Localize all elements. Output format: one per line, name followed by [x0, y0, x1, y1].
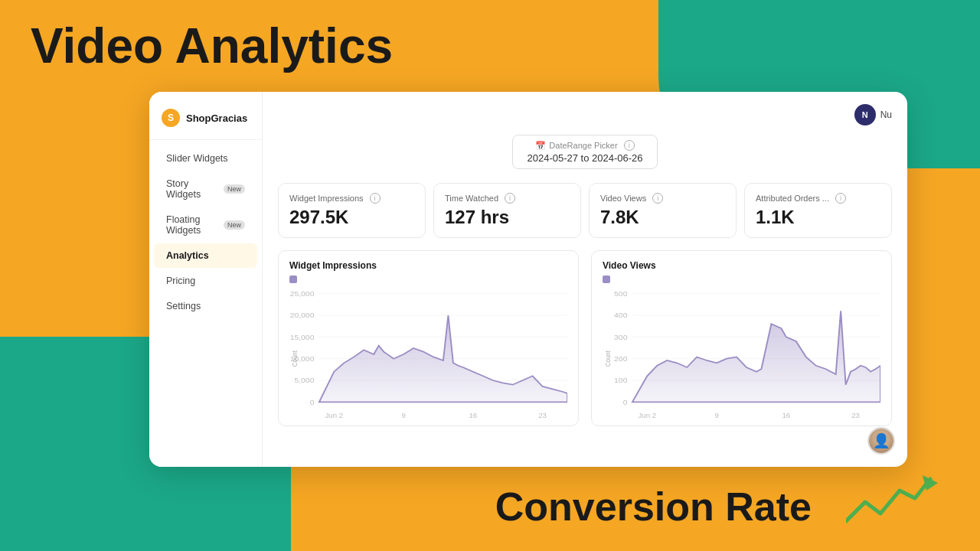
svg-text:0: 0	[623, 398, 628, 406]
svg-text:16: 16	[782, 412, 790, 419]
svg-text:9: 9	[714, 412, 718, 419]
chart-svg-1: 25,000 20,000 15,000 10,000 5,000 0 Coun…	[289, 289, 567, 419]
sidebar-item-label: Settings	[166, 301, 201, 311]
sidebar-item-label: Analytics	[166, 250, 209, 261]
stat-value: 127 hrs	[445, 207, 570, 228]
sidebar-item-analytics[interactable]: Analytics	[154, 243, 257, 268]
stats-row: Widget Impressions i 297.5K Time Watched…	[278, 183, 892, 238]
svg-text:Count: Count	[291, 350, 299, 367]
stat-value: 7.8K	[600, 207, 725, 228]
svg-text:Count: Count	[604, 350, 612, 367]
chart-title-1: Widget Impressions	[289, 260, 567, 271]
header-row: N Nu	[278, 104, 892, 126]
bottom-title: Conversion Rate	[495, 484, 812, 530]
svg-text:9: 9	[401, 412, 405, 419]
sidebar-item-slider-widgets[interactable]: Slider Widgets	[154, 146, 257, 171]
app-card: S ShopGracias Slider Widgets Story Widge…	[149, 92, 907, 467]
info-icon-2: i	[505, 193, 515, 204]
sidebar-item-floating-widgets[interactable]: Floating Widgets New	[154, 207, 257, 243]
nav-badge-new: New	[224, 184, 245, 194]
stat-label: Attributed Orders ... i	[756, 193, 880, 204]
date-picker-value: 2024-05-27 to 2024-06-26	[527, 152, 642, 164]
nav-badge-new2: New	[224, 220, 245, 230]
chart-title-2: Video Views	[603, 260, 880, 271]
stat-value: 297.5K	[289, 207, 414, 228]
stat-label: Widget Impressions i	[289, 193, 414, 204]
stat-card-video-views: Video Views i 7.8K	[589, 183, 737, 238]
stat-card-attributed-orders: Attributed Orders ... i 1.1K	[744, 183, 892, 238]
chart-area-1: 25,000 20,000 15,000 10,000 5,000 0 Coun…	[289, 289, 567, 419]
svg-text:Jun 2: Jun 2	[325, 412, 343, 419]
stat-card-widget-impressions: Widget Impressions i 297.5K	[278, 183, 426, 238]
svg-text:5,000: 5,000	[294, 377, 315, 384]
chart-legend-1	[289, 276, 567, 283]
logo-icon: S	[162, 109, 180, 127]
charts-row: Widget Impressions 25,000	[278, 250, 892, 426]
sidebar-item-pricing[interactable]: Pricing	[154, 269, 257, 293]
stat-value: 1.1K	[756, 207, 880, 228]
svg-text:100: 100	[614, 377, 628, 384]
svg-text:20,000: 20,000	[290, 311, 315, 319]
svg-text:200: 200	[614, 355, 628, 363]
chart-svg-2: 500 400 300 200 100 0 Count	[603, 289, 880, 419]
svg-text:23: 23	[851, 412, 860, 419]
stat-card-time-watched: Time Watched i 127 hrs	[433, 183, 581, 238]
svg-text:300: 300	[614, 333, 628, 341]
svg-text:Jun 2: Jun 2	[638, 412, 656, 419]
chart-legend-2	[603, 276, 880, 283]
page-title: Video Analytics	[31, 21, 393, 70]
info-icon-1: i	[370, 193, 381, 204]
bottom-user-avatar: 👤	[867, 427, 895, 455]
svg-text:16: 16	[469, 412, 477, 419]
svg-text:23: 23	[538, 412, 547, 419]
logo-text: ShopGracias	[186, 112, 247, 124]
sidebar-item-label: Story Widgets	[166, 178, 219, 200]
stat-label: Time Watched i	[445, 193, 570, 204]
sidebar-item-settings[interactable]: Settings	[154, 294, 257, 318]
legend-dot-2	[603, 276, 610, 283]
chart-area-2: 500 400 300 200 100 0 Count	[603, 289, 880, 419]
sidebar-item-story-widgets[interactable]: Story Widgets New	[154, 171, 257, 207]
avatar-face: 👤	[869, 429, 893, 453]
sidebar-logo: S ShopGracias	[149, 99, 262, 140]
sidebar-item-label: Pricing	[166, 276, 195, 286]
sidebar-item-label: Floating Widgets	[166, 214, 219, 236]
user-avatar[interactable]: N	[854, 104, 876, 126]
sidebar: S ShopGracias Slider Widgets Story Widge…	[149, 92, 263, 467]
chart-video-views: Video Views 500 400	[591, 250, 892, 426]
date-picker-label: 📅 DateRange Picker i	[535, 140, 634, 151]
svg-text:400: 400	[614, 311, 628, 319]
info-icon: i	[624, 140, 635, 151]
date-picker-container: 📅 DateRange Picker i 2024-05-27 to 2024-…	[278, 135, 892, 169]
info-icon-3: i	[652, 193, 663, 204]
calendar-icon: 📅	[535, 141, 546, 151]
legend-dot-1	[289, 276, 297, 283]
svg-text:15,000: 15,000	[290, 333, 315, 341]
main-content: N Nu 📅 DateRange Picker i 2024-05-27 to …	[263, 92, 907, 467]
stat-label: Video Views i	[600, 193, 725, 204]
svg-text:500: 500	[614, 290, 628, 298]
arrow-icon	[846, 475, 938, 540]
info-icon-4: i	[835, 193, 846, 204]
svg-text:0: 0	[310, 398, 315, 406]
user-label: Nu	[880, 109, 892, 120]
date-range-picker[interactable]: 📅 DateRange Picker i 2024-05-27 to 2024-…	[512, 135, 658, 169]
chart-widget-impressions: Widget Impressions 25,000	[278, 250, 579, 426]
svg-text:25,000: 25,000	[290, 290, 315, 298]
sidebar-item-label: Slider Widgets	[166, 153, 228, 164]
